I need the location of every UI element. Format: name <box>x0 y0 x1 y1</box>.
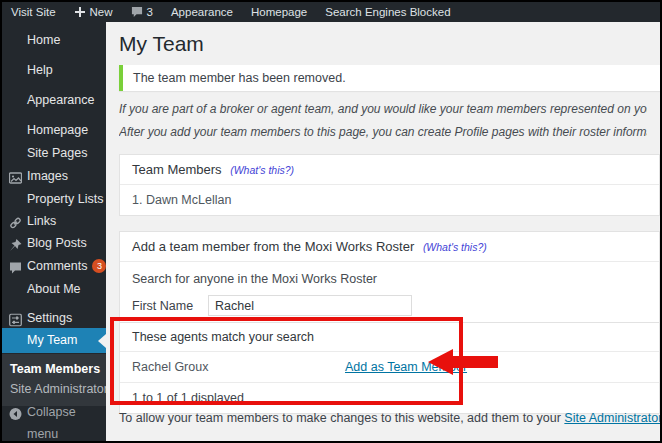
admin-bar-appearance[interactable]: Appearance <box>162 2 242 22</box>
first-name-input[interactable] <box>208 295 412 316</box>
sidebar-item-images[interactable]: Images <box>2 165 106 187</box>
admin-bar-homepage[interactable]: Homepage <box>242 2 316 22</box>
collapse-menu-button[interactable]: Collapse menu <box>2 401 106 423</box>
add-member-title: Add a team member from the Moxi Works Ro… <box>132 239 414 254</box>
submenu-item-team-members[interactable]: Team Members <box>2 359 106 379</box>
notice-text: The team member has been removed. <box>133 71 346 85</box>
search-results-box: These agents match your search Rachel Gr… <box>119 322 660 414</box>
homepage-label: Homepage <box>251 6 307 18</box>
footer-text-pre: To allow your team members to make chang… <box>119 411 564 425</box>
admin-bar: Visit Site New 3 Appearance Homepage Sea… <box>2 2 660 22</box>
results-pagination: 1 to 1 of 1 displayed <box>120 383 659 413</box>
intro-line-2: After you add your team members to this … <box>119 125 647 139</box>
team-member-row: 1. Dawn McLellan <box>120 185 659 215</box>
sidebar-item-my-team[interactable]: My Team <box>2 328 106 353</box>
team-members-whats-this-link[interactable]: (What's this?) <box>230 164 294 176</box>
sidebar-item-homepage[interactable]: Homepage <box>2 119 106 141</box>
result-agent-name: Rachel Groux <box>132 360 345 374</box>
sidebar-item-settings[interactable]: Settings <box>2 307 106 329</box>
team-member-name: 1. Dawn McLellan <box>132 193 231 207</box>
wordpress-admin-window: Visit Site New 3 Appearance Homepage Sea… <box>0 0 662 443</box>
admin-bar-comments[interactable]: 3 <box>122 2 162 22</box>
search-result-row: Rachel Groux Add as Team Member <box>120 352 659 383</box>
main-content: My Team The team member has been removed… <box>106 22 660 441</box>
first-name-label: First Name <box>132 299 208 313</box>
my-team-submenu: Team Members Site Administrators <box>2 354 106 406</box>
comments-label: Comments <box>27 259 87 273</box>
first-name-row: First Name <box>132 295 647 316</box>
sidebar-item-property-lists[interactable]: Property Lists <box>2 188 106 210</box>
team-members-header: Team Members (What's this?) <box>120 155 659 185</box>
plus-icon <box>74 6 86 18</box>
add-as-team-member-link[interactable]: Add as Team Member <box>345 360 467 374</box>
search-engines-blocked-label: Search Engines Blocked <box>325 6 450 18</box>
admin-comment-count: 3 <box>147 6 153 18</box>
comment-bubble-icon <box>131 6 143 18</box>
search-results-header: These agents match your search <box>120 323 659 352</box>
add-member-header: Add a team member from the Moxi Works Ro… <box>120 232 659 262</box>
links-icon <box>9 215 22 228</box>
comments-count-badge: 3 <box>92 259 106 273</box>
sidebar-item-help[interactable]: Help <box>2 59 106 81</box>
intro-line-1: If you are part of a broker or agent tea… <box>119 102 647 116</box>
sidebar-item-blog-posts[interactable]: Blog Posts <box>2 232 106 254</box>
sidebar-item-home[interactable]: Home <box>2 29 106 51</box>
roster-search-hint: Search for anyone in the Moxi Works Rost… <box>132 272 647 286</box>
sidebar-item-about-me[interactable]: About Me <box>2 278 106 300</box>
admin-bar-new-button[interactable]: New <box>65 2 122 22</box>
collapse-arrow-icon <box>9 406 22 419</box>
team-members-title: Team Members <box>132 162 222 177</box>
footer-note: To allow your team members to make chang… <box>119 411 660 425</box>
appearance-label: Appearance <box>171 6 233 18</box>
submenu-item-site-administrators[interactable]: Site Administrators <box>2 379 106 399</box>
images-icon <box>9 170 22 183</box>
admin-sidebar: Home Help Appearance Homepage Site Pages… <box>2 22 106 441</box>
sidebar-item-links[interactable]: Links <box>2 210 106 232</box>
pushpin-icon <box>9 237 22 250</box>
success-notice: The team member has been removed. <box>119 65 660 91</box>
sidebar-item-appearance[interactable]: Appearance <box>2 89 106 111</box>
site-administrators-link[interactable]: Site Administrators <box>564 411 660 425</box>
comment-icon <box>9 260 22 273</box>
team-members-box: Team Members (What's this?) 1. Dawn McLe… <box>119 154 660 216</box>
page-title: My Team <box>119 32 660 56</box>
admin-bar-search-engines-blocked[interactable]: Search Engines Blocked <box>316 2 459 22</box>
visit-site-label: Visit Site <box>11 6 56 18</box>
new-label: New <box>90 6 113 18</box>
add-member-whats-this-link[interactable]: (What's this?) <box>423 241 487 253</box>
admin-bar-visit-site[interactable]: Visit Site <box>2 2 65 22</box>
settings-icon <box>9 312 22 325</box>
sidebar-item-comments[interactable]: Comments3 <box>2 255 106 277</box>
sidebar-item-site-pages[interactable]: Site Pages <box>2 142 106 164</box>
